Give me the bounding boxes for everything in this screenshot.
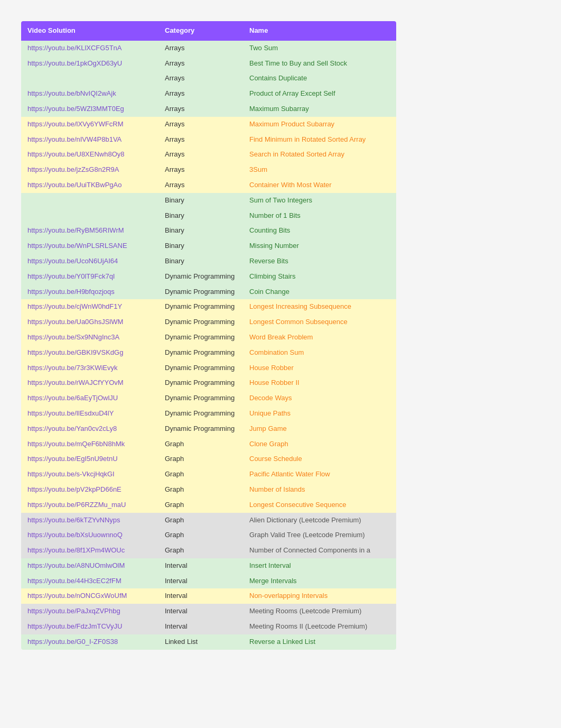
table-row: https://youtu.be/s-VkcjHqkGIGraphPacific… bbox=[21, 467, 396, 482]
video-link[interactable]: https://youtu.be/73r3KWiEvyk bbox=[27, 364, 118, 372]
video-link-cell[interactable]: https://youtu.be/UuiTKBwPgAo bbox=[21, 178, 158, 193]
video-link[interactable]: https://youtu.be/mQeF6bN8hMk bbox=[27, 440, 125, 448]
video-link-cell[interactable]: https://youtu.be/jzZsG8n2R9A bbox=[21, 162, 158, 178]
video-link[interactable]: https://youtu.be/Y0lT9Fck7qI bbox=[27, 272, 115, 280]
video-link[interactable]: https://youtu.be/FdzJmTCVyJU bbox=[27, 622, 122, 630]
video-link[interactable]: https://youtu.be/1pkOgXD63yU bbox=[27, 59, 122, 67]
video-link[interactable]: https://youtu.be/nONCGxWoUfM bbox=[27, 592, 127, 600]
video-link-cell[interactable]: https://youtu.be/bXsUuownnoQ bbox=[21, 528, 158, 543]
video-link-cell[interactable]: https://youtu.be/H9bfqozjoqs bbox=[21, 284, 158, 300]
video-link[interactable]: https://youtu.be/bXsUuownnoQ bbox=[27, 531, 123, 539]
video-link-cell[interactable]: https://youtu.be/FdzJmTCVyJU bbox=[21, 619, 158, 634]
table-row: ArraysContains Duplicate bbox=[21, 71, 396, 86]
video-link[interactable]: https://youtu.be/IlEsdxuD4lY bbox=[27, 409, 114, 417]
video-link[interactable]: https://youtu.be/6aEyTjOwlJU bbox=[27, 394, 118, 402]
video-link-cell[interactable]: https://youtu.be/Y0lT9Fck7qI bbox=[21, 269, 158, 284]
video-link-cell[interactable]: https://youtu.be/lXVy6YWFcRM bbox=[21, 117, 158, 132]
video-link[interactable]: https://youtu.be/jzZsG8n2R9A bbox=[27, 165, 119, 173]
table-row: https://youtu.be/UcoN6UjAI64BinaryRevers… bbox=[21, 254, 396, 269]
video-link[interactable]: https://youtu.be/Yan0cv2cLy8 bbox=[27, 425, 117, 432]
video-link-cell[interactable]: https://youtu.be/EgI5nU9etnU bbox=[21, 451, 158, 467]
video-link[interactable]: https://youtu.be/cjWnW0hdF1Y bbox=[27, 302, 122, 310]
table-row: https://youtu.be/IlEsdxuD4lYDynamic Prog… bbox=[21, 406, 396, 421]
video-link-cell[interactable]: https://youtu.be/G0_I-ZF0S38 bbox=[21, 634, 158, 650]
video-link-cell[interactable]: https://youtu.be/nONCGxWoUfM bbox=[21, 588, 158, 604]
category-cell: Arrays bbox=[158, 41, 243, 56]
video-link[interactable]: https://youtu.be/5WZl3MMT0Eg bbox=[27, 105, 124, 113]
video-link[interactable]: https://youtu.be/H9bfqozjoqs bbox=[27, 288, 115, 296]
category-cell: Binary bbox=[158, 223, 243, 238]
video-link-cell[interactable]: https://youtu.be/Sx9NNgInc3A bbox=[21, 330, 158, 345]
video-link[interactable]: https://youtu.be/rWAJCfYYOvM bbox=[27, 379, 124, 386]
video-link-cell[interactable]: https://youtu.be/A8NUOmlwOlM bbox=[21, 558, 158, 574]
video-link-cell[interactable]: https://youtu.be/GBKI9VSKdGg bbox=[21, 345, 158, 361]
video-link-cell[interactable]: https://youtu.be/nIVW4P8b1VA bbox=[21, 132, 158, 148]
category-cell: Binary bbox=[158, 208, 243, 224]
category-cell: Dynamic Programming bbox=[158, 375, 243, 391]
video-link-cell[interactable]: https://youtu.be/rWAJCfYYOvM bbox=[21, 375, 158, 391]
video-link-cell[interactable]: https://youtu.be/RyBM56RIWrM bbox=[21, 223, 158, 238]
table-row: https://youtu.be/WnPLSRLSANEBinaryMissin… bbox=[21, 238, 396, 254]
category-cell: Interval bbox=[158, 619, 243, 634]
name-cell: Decode Ways bbox=[243, 391, 396, 406]
table-row: https://youtu.be/lXVy6YWFcRMArraysMaximu… bbox=[21, 117, 396, 132]
category-cell: Graph bbox=[158, 467, 243, 482]
video-link[interactable]: https://youtu.be/bNvIQI2wAjk bbox=[27, 89, 116, 97]
video-link[interactable]: https://youtu.be/A8NUOmlwOlM bbox=[27, 561, 125, 569]
video-link-cell[interactable]: https://youtu.be/6aEyTjOwlJU bbox=[21, 391, 158, 406]
video-link[interactable]: https://youtu.be/UuiTKBwPgAo bbox=[27, 181, 121, 189]
video-link-cell[interactable]: https://youtu.be/cjWnW0hdF1Y bbox=[21, 299, 158, 315]
video-link[interactable]: https://youtu.be/s-VkcjHqkGI bbox=[27, 470, 115, 478]
video-link-cell[interactable]: https://youtu.be/44H3cEC2fFM bbox=[21, 574, 158, 589]
table-row: https://youtu.be/pV2kpPD66nEGraphNumber … bbox=[21, 482, 396, 497]
video-link-cell[interactable]: https://youtu.be/8f1XPm4WOUc bbox=[21, 543, 158, 558]
table-row: https://youtu.be/Ua0GhsJSlWMDynamic Prog… bbox=[21, 315, 396, 330]
video-link[interactable]: https://youtu.be/KLlXCFG5TnA bbox=[27, 44, 121, 52]
table-row: https://youtu.be/FdzJmTCVyJUIntervalMeet… bbox=[21, 619, 396, 634]
name-cell: Missing Number bbox=[243, 238, 396, 254]
category-cell: Dynamic Programming bbox=[158, 284, 243, 300]
video-link-cell[interactable]: https://youtu.be/UcoN6UjAI64 bbox=[21, 254, 158, 269]
video-link-cell[interactable]: https://youtu.be/s-VkcjHqkGI bbox=[21, 467, 158, 482]
video-link[interactable]: https://youtu.be/GBKI9VSKdGg bbox=[27, 348, 123, 356]
video-link-cell[interactable]: https://youtu.be/bNvIQI2wAjk bbox=[21, 86, 158, 102]
category-cell: Arrays bbox=[158, 117, 243, 132]
video-link-cell[interactable]: https://youtu.be/Yan0cv2cLy8 bbox=[21, 421, 158, 437]
video-link[interactable]: https://youtu.be/lXVy6YWFcRM bbox=[27, 120, 124, 128]
video-link[interactable]: https://youtu.be/P6RZZMu_maU bbox=[27, 501, 126, 509]
video-link[interactable]: https://youtu.be/EgI5nU9etnU bbox=[27, 455, 118, 463]
video-link[interactable]: https://youtu.be/UcoN6UjAI64 bbox=[27, 257, 118, 265]
category-cell: Arrays bbox=[158, 102, 243, 117]
video-link-cell[interactable]: https://youtu.be/KLlXCFG5TnA bbox=[21, 41, 158, 56]
video-link[interactable]: https://youtu.be/Ua0GhsJSlWM bbox=[27, 318, 123, 326]
video-link-cell[interactable]: https://youtu.be/U8XENwh8Oy8 bbox=[21, 147, 158, 162]
video-link-cell[interactable]: https://youtu.be/P6RZZMu_maU bbox=[21, 497, 158, 513]
video-link[interactable]: https://youtu.be/U8XENwh8Oy8 bbox=[27, 150, 125, 158]
video-link[interactable]: https://youtu.be/pV2kpPD66nE bbox=[27, 485, 121, 493]
video-link-cell[interactable]: https://youtu.be/IlEsdxuD4lY bbox=[21, 406, 158, 421]
table-row: https://youtu.be/44H3cEC2fFMIntervalMerg… bbox=[21, 574, 396, 589]
video-link[interactable]: https://youtu.be/8f1XPm4WOUc bbox=[27, 546, 125, 554]
name-cell: Unique Paths bbox=[243, 406, 396, 421]
video-link-cell[interactable]: https://youtu.be/PaJxqZVPhbg bbox=[21, 604, 158, 619]
video-link-cell[interactable]: https://youtu.be/mQeF6bN8hMk bbox=[21, 437, 158, 452]
video-link-cell[interactable]: https://youtu.be/73r3KWiEvyk bbox=[21, 361, 158, 376]
video-link[interactable]: https://youtu.be/44H3cEC2fFM bbox=[27, 577, 121, 585]
video-link[interactable]: https://youtu.be/6kTZYvNNyps bbox=[27, 516, 120, 524]
table-row: https://youtu.be/8f1XPm4WOUcGraphNumber … bbox=[21, 543, 396, 558]
video-link[interactable]: https://youtu.be/RyBM56RIWrM bbox=[27, 226, 124, 234]
video-link[interactable]: https://youtu.be/PaJxqZVPhbg bbox=[27, 607, 120, 615]
video-link[interactable]: https://youtu.be/nIVW4P8b1VA bbox=[27, 135, 121, 143]
video-link-cell[interactable]: https://youtu.be/1pkOgXD63yU bbox=[21, 56, 158, 71]
video-link-cell[interactable]: https://youtu.be/Ua0GhsJSlWM bbox=[21, 315, 158, 330]
table-row: https://youtu.be/RyBM56RIWrMBinaryCounti… bbox=[21, 223, 396, 238]
video-link-cell[interactable]: https://youtu.be/pV2kpPD66nE bbox=[21, 482, 158, 497]
video-link-cell[interactable]: https://youtu.be/WnPLSRLSANE bbox=[21, 238, 158, 254]
video-link[interactable]: https://youtu.be/Sx9NNgInc3A bbox=[27, 333, 119, 341]
table-row: BinarySum of Two Integers bbox=[21, 193, 396, 208]
video-link-cell[interactable]: https://youtu.be/5WZl3MMT0Eg bbox=[21, 102, 158, 117]
name-cell: 3Sum bbox=[243, 162, 396, 178]
video-link[interactable]: https://youtu.be/WnPLSRLSANE bbox=[27, 242, 127, 250]
video-link[interactable]: https://youtu.be/G0_I-ZF0S38 bbox=[27, 638, 118, 646]
video-link-cell[interactable]: https://youtu.be/6kTZYvNNyps bbox=[21, 513, 158, 528]
